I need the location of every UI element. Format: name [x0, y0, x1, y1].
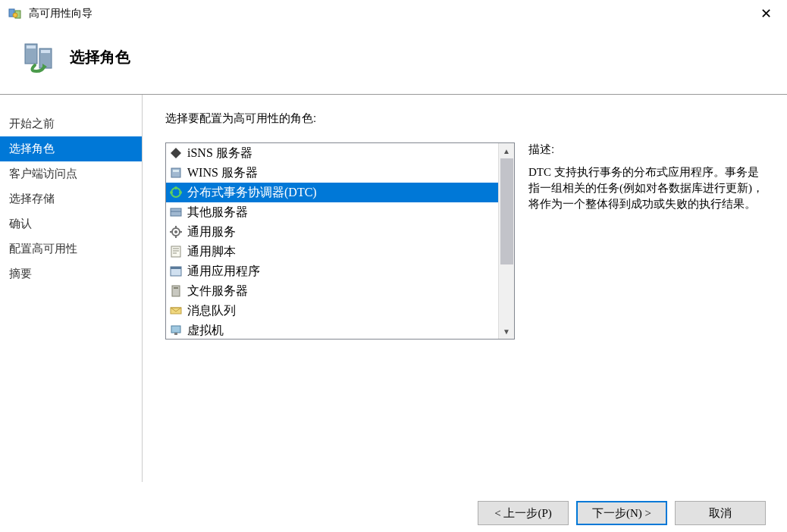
role-item-label: 消息队列	[187, 303, 236, 319]
role-item-isns[interactable]: iSNS 服务器	[166, 143, 498, 163]
role-item-dtc[interactable]: 分布式事务协调器(DTC)	[166, 183, 498, 202]
sidebar-item-client-access[interactable]: 客户端访问点	[0, 161, 142, 186]
scroll-down-button[interactable]: ▼	[499, 324, 514, 339]
svg-point-18	[174, 230, 177, 233]
svg-point-2	[13, 13, 17, 17]
role-item-label: 分布式事务协调器(DTC)	[187, 185, 317, 201]
role-item-label: 文件服务器	[187, 283, 248, 299]
wizard-header-icon	[21, 38, 59, 76]
role-list-inner: iSNS 服务器 WINS 服务器 分布式事务协调器(D	[166, 143, 498, 340]
sidebar-item-select-role[interactable]: 选择角色	[0, 136, 142, 161]
svg-rect-30	[174, 287, 178, 289]
page-title: 选择角色	[70, 47, 130, 67]
sidebar-item-select-storage[interactable]: 选择存储	[0, 186, 142, 211]
scroll-thumb[interactable]	[500, 158, 513, 264]
app-icon	[8, 6, 23, 21]
sidebar-item-confirm[interactable]: 确认	[0, 211, 142, 236]
svg-rect-9	[171, 168, 180, 177]
server-icon	[169, 166, 183, 180]
svg-rect-28	[171, 267, 181, 269]
role-item-generic-app[interactable]: 通用应用程序	[166, 261, 498, 281]
gear-icon	[169, 225, 183, 239]
role-item-label: 其他服务器	[187, 205, 248, 221]
role-listbox[interactable]: iSNS 服务器 WINS 服务器 分布式事务协调器(D	[165, 142, 515, 340]
next-button[interactable]: 下一步(N) >	[576, 501, 667, 525]
role-selection-area: iSNS 服务器 WINS 服务器 分布式事务协调器(D	[165, 142, 764, 340]
titlebar: 高可用性向导 ✕	[0, 0, 787, 27]
svg-rect-15	[171, 208, 181, 216]
instruction-text: 选择要配置为高可用性的角色:	[165, 111, 764, 126]
role-item-label: 通用脚本	[187, 244, 236, 260]
script-icon	[169, 245, 183, 258]
previous-button[interactable]: < 上一步(P)	[478, 501, 569, 525]
wizard-button-bar: < 上一步(P) 下一步(N) > 取消	[0, 494, 787, 532]
svg-rect-6	[41, 50, 50, 53]
role-item-message-queue[interactable]: 消息队列	[166, 301, 498, 321]
wizard-steps-sidebar: 开始之前 选择角色 客户端访问点 选择存储 确认 配置高可用性 摘要	[0, 95, 142, 482]
app-window-icon	[169, 264, 183, 278]
file-server-icon	[169, 284, 183, 298]
main-content: 开始之前 选择角色 客户端访问点 选择存储 确认 配置高可用性 摘要 选择要配置…	[0, 94, 787, 482]
svg-rect-10	[173, 170, 179, 172]
svg-marker-8	[171, 148, 181, 158]
sidebar-item-configure-ha[interactable]: 配置高可用性	[0, 236, 142, 261]
diamond-icon	[169, 146, 183, 160]
sidebar-item-summary[interactable]: 摘要	[0, 261, 142, 286]
wizard-header: 选择角色	[0, 27, 787, 94]
other-server-icon	[169, 205, 183, 219]
role-item-label: 虚拟机	[187, 323, 224, 339]
role-item-virtual-machine[interactable]: 虚拟机	[166, 321, 498, 340]
cancel-button[interactable]: 取消	[675, 501, 766, 525]
role-item-generic-service[interactable]: 通用服务	[166, 222, 498, 242]
scrollbar[interactable]: ▲ ▼	[498, 143, 514, 339]
role-item-wins[interactable]: WINS 服务器	[166, 163, 498, 183]
role-item-generic-script[interactable]: 通用脚本	[166, 242, 498, 261]
role-item-label: 通用应用程序	[187, 264, 260, 280]
vm-icon	[169, 324, 183, 337]
close-button[interactable]: ✕	[753, 2, 779, 25]
description-label: 描述:	[528, 142, 764, 157]
description-panel: 描述: DTC 支持执行事务的分布式应用程序。事务是指一组相关的任务(例如对各数…	[528, 142, 764, 340]
dtc-icon	[169, 186, 183, 199]
role-item-label: WINS 服务器	[187, 165, 258, 181]
role-item-label: 通用服务	[187, 224, 236, 240]
window-title: 高可用性向导	[29, 7, 753, 20]
role-item-other[interactable]: 其他服务器	[166, 202, 498, 222]
svg-point-13	[179, 191, 182, 194]
role-item-label: iSNS 服务器	[187, 146, 252, 161]
scroll-up-button[interactable]: ▲	[499, 143, 514, 158]
svg-rect-4	[27, 45, 36, 49]
svg-point-12	[174, 186, 177, 189]
svg-rect-34	[174, 333, 177, 335]
description-text: DTC 支持执行事务的分布式应用程序。事务是指一组相关的任务(例如对各数据库进行…	[528, 164, 764, 212]
queue-icon	[169, 304, 183, 318]
sidebar-item-before-begin[interactable]: 开始之前	[0, 111, 142, 136]
svg-rect-33	[171, 326, 180, 333]
content-pane: 选择要配置为高可用性的角色: iSNS 服务器	[142, 95, 787, 482]
svg-point-14	[170, 191, 173, 194]
role-item-file-server[interactable]: 文件服务器	[166, 281, 498, 301]
svg-rect-23	[171, 246, 180, 257]
